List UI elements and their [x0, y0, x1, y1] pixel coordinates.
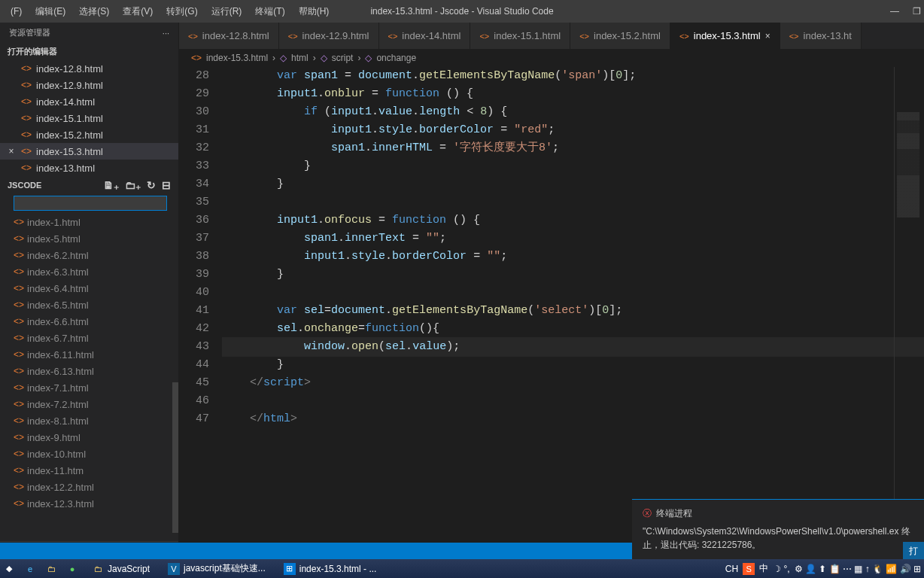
- tree-file-item[interactable]: <>index-11.htm: [0, 462, 178, 479]
- edge-icon[interactable]: e: [24, 563, 36, 575]
- editor-tab[interactable]: <>index-12.8.html: [179, 23, 279, 49]
- start-icon[interactable]: ◆: [3, 563, 15, 575]
- app-icon[interactable]: ●: [66, 563, 78, 575]
- minimap[interactable]: [897, 112, 919, 218]
- code-line[interactable]: sel.onchange=function(){: [223, 320, 924, 338]
- tray-icons[interactable]: ☽ °,: [773, 564, 789, 574]
- code-line[interactable]: input1.onblur = function () {: [223, 85, 924, 103]
- editor-tab[interactable]: <>index-12.9.html: [279, 23, 379, 49]
- menu-view[interactable]: 查看(V): [116, 1, 160, 23]
- tree-file-item[interactable]: <>index-1.html: [0, 214, 178, 230]
- menu-help[interactable]: 帮助(H): [292, 1, 336, 23]
- sogou-icon[interactable]: S: [743, 563, 755, 575]
- editor-tab[interactable]: <>index-15.1.html: [470, 23, 570, 49]
- code-line[interactable]: if (input1.value.length < 8) {: [223, 103, 924, 121]
- tree-file-item[interactable]: <>index-8.1.html: [0, 412, 178, 429]
- tree-file-item[interactable]: <>index-12.2.html: [0, 479, 178, 495]
- taskbar-item[interactable]: 🗀JavaScript: [87, 561, 154, 576]
- restore-icon[interactable]: ❐: [913, 6, 921, 17]
- file-icon: <>: [191, 53, 202, 63]
- editor-tab[interactable]: <>index-15.2.html: [570, 23, 670, 49]
- editor-tab[interactable]: <>index-15.3.html×: [670, 23, 780, 49]
- notification-action-button[interactable]: 打: [903, 542, 924, 561]
- new-file-input[interactable]: [14, 196, 167, 211]
- code-line[interactable]: }: [223, 266, 924, 284]
- code-line[interactable]: input1.style.borderColor = "";: [223, 248, 924, 266]
- sidebar: 资源管理器 ··· 打开的编辑器 <>index-12.8.html<>inde…: [0, 23, 179, 559]
- code-line[interactable]: [223, 284, 924, 302]
- code-line[interactable]: }: [223, 157, 924, 175]
- tree-file-item[interactable]: <>index-12.3.html: [0, 495, 178, 512]
- tree-file-item[interactable]: <>index-6.7.html: [0, 330, 178, 346]
- folder-header[interactable]: JSCODE 🗎₊ 🗀₊ ↻ ⊟: [0, 176, 178, 194]
- open-editor-item[interactable]: <>index-15.1.html: [0, 110, 178, 126]
- folder-icon[interactable]: 🗀: [45, 563, 57, 575]
- code-line[interactable]: var span1 = document.getElementsByTagNam…: [223, 67, 924, 85]
- collapse-icon[interactable]: ⊟: [162, 179, 171, 191]
- code-line[interactable]: span1.innerHTML = '字符长度要大于8';: [223, 139, 924, 157]
- code-line[interactable]: input1.onfocus = function () {: [223, 211, 924, 230]
- code-line[interactable]: [223, 193, 924, 211]
- menu-terminal[interactable]: 终端(T): [248, 1, 291, 23]
- tree-file-item[interactable]: <>index-6.5.html: [0, 297, 178, 313]
- refresh-icon[interactable]: ↻: [147, 179, 156, 191]
- line-number: 38: [179, 248, 209, 266]
- symbol-icon: ◇: [365, 53, 372, 63]
- code-line[interactable]: input1.style.borderColor = "red";: [223, 121, 924, 139]
- menu-selection[interactable]: 选择(S): [72, 1, 116, 23]
- tree-file-item[interactable]: <>index-5.html: [0, 230, 178, 247]
- taskbar-item[interactable]: ⊞index-15.3.html - ...: [279, 561, 381, 576]
- open-editor-item[interactable]: <>index-13.html: [0, 160, 178, 176]
- editor-tab[interactable]: <>index-13.ht: [780, 23, 862, 49]
- tree-file-item[interactable]: <>index-6.6.html: [0, 313, 178, 330]
- tree-file-item[interactable]: <>index-6.13.html: [0, 363, 178, 379]
- editor-tab[interactable]: <>index-14.html: [379, 23, 471, 49]
- more-icon[interactable]: ···: [163, 29, 169, 38]
- tree-file-item[interactable]: <>index-6.11.html: [0, 346, 178, 363]
- tree-file-item[interactable]: <>index-7.2.html: [0, 396, 178, 412]
- tree-file-item[interactable]: <>index-6.4.html: [0, 280, 178, 297]
- code-line[interactable]: }: [223, 175, 924, 193]
- menu-go[interactable]: 转到(G): [160, 1, 204, 23]
- html-file-icon: <>: [14, 399, 24, 409]
- minimap-area[interactable]: [894, 67, 924, 559]
- tree-file-item[interactable]: <>index-9.html: [0, 429, 178, 446]
- menu-edit[interactable]: 编辑(E): [29, 1, 72, 23]
- line-number: 31: [179, 121, 209, 139]
- tab-bar: <>index-12.8.html<>index-12.9.html<>inde…: [179, 23, 924, 49]
- close-icon[interactable]: ×: [6, 146, 17, 157]
- code-line[interactable]: }: [223, 356, 924, 374]
- code-line[interactable]: window.open(sel.value);: [223, 338, 924, 356]
- open-editor-item[interactable]: <>index-14.html: [0, 93, 178, 110]
- sidebar-scrollbar[interactable]: [172, 382, 178, 533]
- line-number: 42: [179, 320, 209, 338]
- open-editor-item[interactable]: <>index-12.8.html: [0, 60, 178, 77]
- open-editors-header[interactable]: 打开的编辑器: [0, 43, 178, 60]
- minimize-icon[interactable]: —: [890, 6, 899, 17]
- open-editor-item[interactable]: <>index-12.9.html: [0, 77, 178, 93]
- new-folder-icon[interactable]: 🗀₊: [125, 179, 141, 191]
- close-icon[interactable]: ×: [765, 31, 771, 41]
- code-line[interactable]: [223, 392, 924, 410]
- menu-run[interactable]: 运行(R): [205, 1, 249, 23]
- code-line[interactable]: </script>: [223, 374, 924, 392]
- menu-file[interactable]: (F): [4, 2, 29, 21]
- open-editor-item[interactable]: ×<>index-15.3.html: [0, 143, 178, 160]
- code-line[interactable]: span1.innerText = "";: [223, 230, 924, 248]
- ime-mode[interactable]: 中: [759, 562, 768, 575]
- tray-more[interactable]: ⚙ 👤 ⬆ 📋 ⋯ ▦ ↑ 🐧 📶 🔊 ⊞: [795, 564, 921, 574]
- tree-file-item[interactable]: <>index-10.html: [0, 446, 178, 462]
- open-editor-item[interactable]: <>index-15.2.html: [0, 126, 178, 143]
- html-file-icon: <>: [14, 449, 24, 459]
- tree-file-item[interactable]: <>index-7.1.html: [0, 379, 178, 396]
- tree-file-item[interactable]: <>index-6.3.html: [0, 263, 178, 280]
- tree-file-item[interactable]: <>index-6.2.html: [0, 247, 178, 263]
- code-editor[interactable]: 2829303132333435363738394041424344454647…: [179, 67, 924, 559]
- html-file-icon: <>: [14, 465, 24, 476]
- code-line[interactable]: var sel=document.getElementsByTagName('s…: [223, 302, 924, 320]
- breadcrumbs[interactable]: <> index-15.3.html › ◇ html › ◇ script ›…: [179, 49, 924, 67]
- new-file-icon[interactable]: 🗎₊: [103, 179, 119, 191]
- code-line[interactable]: </html>: [223, 410, 924, 428]
- ime-indicator[interactable]: CH: [725, 564, 738, 574]
- taskbar-item[interactable]: Vjavascript基础快速...: [163, 561, 270, 576]
